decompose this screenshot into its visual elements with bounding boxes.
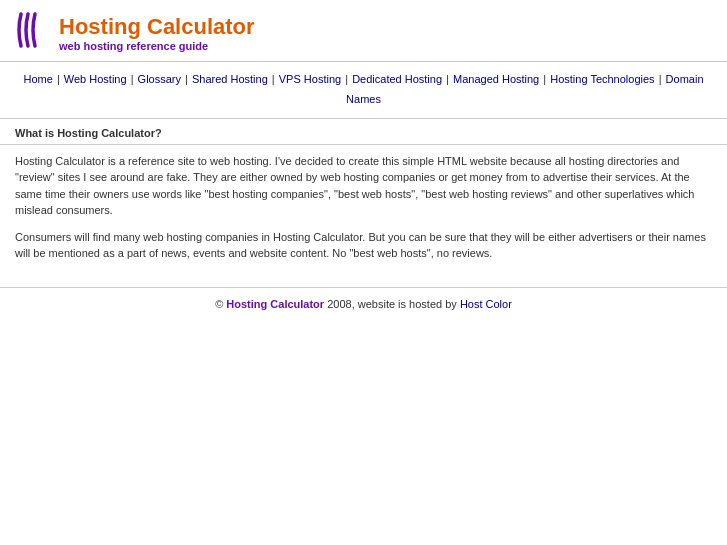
footer: © Hosting Calculator 2008, website is ho… [0,288,727,320]
nav-sep-5: | [345,73,351,85]
nav-glossary[interactable]: Glossary [138,73,181,85]
logo-subtitle: web hosting reference guide [59,40,255,52]
footer-site-link[interactable]: Hosting Calculator [226,298,324,310]
nav-sep-6: | [446,73,452,85]
nav-web-hosting[interactable]: Web Hosting [64,73,127,85]
logo-area: Hosting Calculator web hosting reference… [15,10,712,55]
nav-sep-4: | [272,73,278,85]
nav-vps-hosting[interactable]: VPS Hosting [279,73,341,85]
nav-sep-8: | [659,73,665,85]
nav-sep-1: | [57,73,63,85]
section-heading: What is Hosting Calculator? [0,119,727,145]
nav-sep-2: | [131,73,137,85]
logo-title: Hosting Calculator [59,14,255,40]
logo-text-area: Hosting Calculator web hosting reference… [59,14,255,52]
header: Hosting Calculator web hosting reference… [0,0,727,62]
footer-year-text: 2008, website is hosted by [324,298,460,310]
logo-icon [15,10,51,55]
footer-copyright: © [215,298,226,310]
nav-dedicated-hosting[interactable]: Dedicated Hosting [352,73,442,85]
nav-managed-hosting[interactable]: Managed Hosting [453,73,539,85]
section-title: What is Hosting Calculator? [15,127,712,139]
footer-hostcolor-link[interactable]: Host Color [460,298,512,310]
content-para-1: Hosting Calculator is a reference site t… [15,153,712,219]
nav-sep-7: | [543,73,549,85]
nav-shared-hosting[interactable]: Shared Hosting [192,73,268,85]
main-content: Hosting Calculator is a reference site t… [0,145,727,288]
nav-home[interactable]: Home [23,73,52,85]
nav-hosting-technologies[interactable]: Hosting Technologies [550,73,654,85]
content-para-2: Consumers will find many web hosting com… [15,229,712,262]
nav-sep-3: | [185,73,191,85]
nav: Home | Web Hosting | Glossary | Shared H… [0,62,727,119]
